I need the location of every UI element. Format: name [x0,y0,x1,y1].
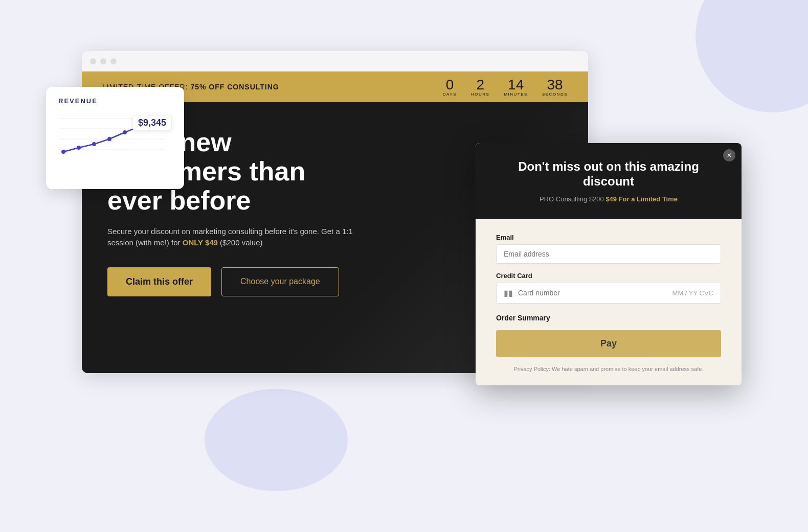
svg-point-8 [123,130,127,134]
countdown-seconds-label: SECONDS [542,92,568,97]
browser-dot-yellow [100,58,106,64]
email-label: Email [496,234,721,241]
pay-button[interactable]: Pay [496,330,721,357]
svg-point-5 [77,146,81,150]
hero-subtext: Secure your discount on marketing consul… [107,226,353,249]
revenue-title: REVENUE [58,97,172,105]
popup-modal: ✕ Don't miss out on this amazing discoun… [476,143,742,385]
countdown-seconds-value: 38 [542,78,568,92]
card-expiry: MM / YY CVC [672,289,713,297]
popup-body: Email Credit Card ▮▮ MM / YY CVC Order S… [476,219,742,385]
close-icon: ✕ [727,152,732,159]
countdown-minutes: 14 MINUTES [504,78,528,97]
countdown-days: 0 DAYS [443,78,457,97]
email-input[interactable] [496,244,721,264]
bg-blob-right [695,0,808,112]
countdown: 0 DAYS 2 HOURS 14 MINUTES 38 SECONDS [443,78,568,97]
countdown-seconds: 38 SECONDS [542,78,568,97]
countdown-days-label: DAYS [443,92,457,97]
svg-point-7 [107,137,111,141]
browser-chrome [82,51,588,72]
countdown-days-value: 0 [443,78,457,92]
revenue-value: $9,345 [132,115,172,131]
svg-point-6 [92,142,96,146]
browser-dot-green [110,58,117,64]
countdown-hours: 2 HOURS [471,78,489,97]
claim-offer-button[interactable]: Claim this offer [107,267,211,296]
revenue-card: REVENUE $9,345 [46,87,184,189]
countdown-hours-label: HOURS [471,92,489,97]
popup-title: Don't miss out on this amazing discount [496,159,721,189]
popup-close-button[interactable]: ✕ [723,149,735,161]
popup-header: ✕ Don't miss out on this amazing discoun… [476,143,742,219]
bg-blob-bottom [205,389,348,491]
countdown-hours-value: 2 [471,78,489,92]
card-number-input[interactable] [518,289,667,297]
original-price: $200 [589,195,604,203]
hero-price-highlight: ONLY $49 [183,238,218,247]
card-icon: ▮▮ [504,288,513,298]
privacy-text: Privacy Policy: We hate spam and promise… [496,365,721,373]
popup-subtitle: PRO Consulting $200 $49 For a Limited Ti… [496,195,721,203]
offer-bold: 75% OFF CONSULTING [190,83,279,91]
choose-package-button[interactable]: Choose your package [221,267,339,296]
credit-card-row: ▮▮ MM / YY CVC [496,283,721,304]
revenue-chart: $9,345 [58,111,172,167]
credit-card-label: Credit Card [496,272,721,280]
countdown-minutes-label: MINUTES [504,92,528,97]
browser-dot-red [90,58,96,64]
countdown-minutes-value: 14 [504,78,528,92]
svg-point-4 [61,150,65,154]
sale-price: $49 For a Limited Time [605,195,678,203]
order-summary-label: Order Summary [496,314,721,322]
